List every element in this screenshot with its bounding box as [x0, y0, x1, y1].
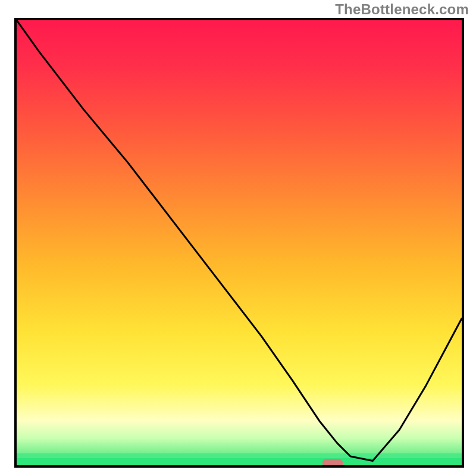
chart-frame: TheBottleneck.com: [0, 0, 476, 476]
plot-svg: [17, 20, 462, 465]
watermark-text: TheBottleneck.com: [335, 1, 469, 18]
green-band-bottom: [17, 458, 462, 465]
gradient-background: [17, 20, 462, 465]
green-band-upper: [17, 453, 462, 458]
plot-area: [14, 18, 464, 468]
optimal-marker: [322, 459, 343, 465]
